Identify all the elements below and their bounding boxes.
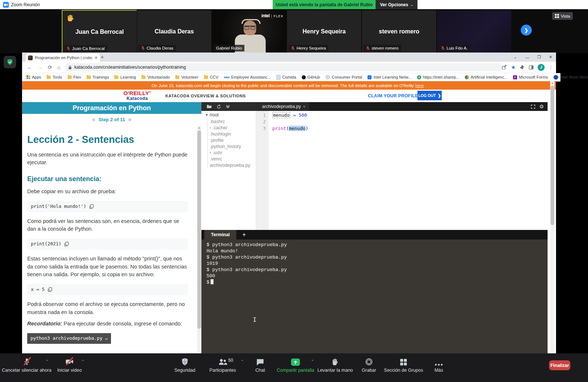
sidebar-icon[interactable]	[529, 65, 534, 70]
bookmark-workweek[interactable]: Intel Work Week Ca...	[553, 75, 588, 80]
start-video-button[interactable]: Iniciar video	[55, 357, 84, 373]
code-snippet[interactable]: print(2021)	[27, 238, 188, 250]
next-step-icon[interactable]: ▶	[129, 117, 132, 122]
extensions-icon[interactable]	[520, 65, 525, 70]
chat-button[interactable]: Chat	[250, 357, 270, 373]
raise-hand-button[interactable]: Levantar la mano	[317, 357, 354, 373]
page-scrollbar[interactable]: ▲	[550, 81, 555, 353]
bookmark-sharepoint[interactable]: Shttps://intel.sharep...	[417, 75, 459, 79]
mic-options-chevron[interactable]: ⌃	[46, 359, 49, 363]
copy-icon[interactable]	[64, 242, 69, 246]
file-tree-toolbar	[201, 102, 261, 111]
editor-code: menudo = 500 print(menudo)	[272, 112, 308, 132]
restore-button[interactable]: ❐	[537, 55, 541, 60]
code-snippet[interactable]: print('Hola mundo!')	[27, 201, 188, 212]
bookmark-ai[interactable]: Artificial Intelligenc...	[465, 75, 508, 79]
participant-tile-steven[interactable]: steven romero steven romero	[362, 10, 437, 53]
record-button[interactable]: Grabar	[357, 357, 381, 373]
next-page-arrow-button[interactable]: ❯	[521, 25, 532, 36]
tree-item-root[interactable]: ▼ /root	[201, 112, 256, 118]
fullscreen-icon[interactable]	[531, 104, 535, 109]
breakout-rooms-button[interactable]: Sección de Grupos	[382, 357, 425, 373]
close-window-button[interactable]: ✕	[549, 55, 552, 60]
site-nav-link[interactable]: KATACODA OVERVIEW & SOLUTIONS	[165, 94, 246, 98]
bookmark-folder[interactable]: Flex	[68, 75, 81, 79]
security-button[interactable]: Seguridad	[169, 357, 201, 373]
terminal[interactable]: $ python3 archivodeprueba.py Hola mundo!…	[201, 239, 548, 353]
editor-tab[interactable]: archivodeprueba.py ×	[256, 102, 309, 111]
tree-item[interactable]: .hushlogin	[210, 131, 256, 137]
participant-tile-gabriel[interactable]: intel FLEX Gabriel Rubio	[212, 10, 287, 53]
bookmark-folder[interactable]: Learning	[114, 75, 136, 79]
bookmark-github[interactable]: GitHub	[302, 75, 320, 79]
bookmark-intel-learning[interactable]: ✓Intel Learning Netw...	[368, 75, 411, 79]
logout-button[interactable]: LOG OUT ❯	[417, 91, 442, 100]
tree-item[interactable]: .profile	[210, 137, 256, 143]
address-bar[interactable]: katacoda.com/crsteaminitiatives/scenario…	[65, 63, 502, 71]
refresh-icon[interactable]	[216, 104, 221, 109]
back-icon[interactable]: ←	[27, 64, 32, 70]
step-indicator: Step 2 of 11	[98, 117, 125, 122]
participant-tile-juan[interactable]: Juan Ca Berrocal Juan Ca Berrocal	[62, 10, 137, 54]
new-terminal-icon[interactable]: +	[242, 231, 246, 238]
terminal-command-chip[interactable]: python3 archivodeprueba.py ↵	[27, 333, 111, 344]
participants-options-chevron[interactable]: ⌃	[241, 359, 244, 363]
prev-step-icon[interactable]: ◀	[92, 117, 94, 122]
new-tab-button[interactable]: ＋	[98, 54, 106, 61]
lock-icon	[68, 65, 72, 69]
forward-icon[interactable]: →	[37, 64, 43, 70]
code-snippet[interactable]: x = 5	[27, 284, 188, 295]
bookmark-consumer-portal[interactable]: Consumer Portal	[326, 75, 362, 79]
minimize-button[interactable]: —	[525, 55, 529, 60]
copy-icon[interactable]	[48, 287, 52, 292]
bookmark-forms[interactable]: FMicrosoft Forms	[513, 75, 548, 79]
tree-item[interactable]: ▸.ssh/	[210, 149, 256, 156]
participant-tile-claudia[interactable]: Claudia Deras Claudia Deras	[137, 10, 212, 53]
bookmark-comida[interactable]: Comida	[276, 75, 296, 80]
home-icon[interactable]: ⌂	[57, 64, 60, 70]
bookmark-apps[interactable]: Apps	[26, 75, 41, 79]
browser-menu-icon[interactable]: ⋮	[549, 65, 553, 70]
ai-icon	[465, 75, 469, 79]
participant-tile-luis[interactable]: Luis Fdo A.	[437, 10, 512, 53]
video-options-chevron[interactable]: ⌃	[81, 359, 84, 363]
code-editor[interactable]: 1 2 3 menudo = 500 print(menudo)	[256, 111, 548, 230]
bookmark-folder[interactable]: Trainings	[87, 75, 109, 79]
terminal-tab[interactable]: Terminal	[204, 230, 236, 239]
more-button[interactable]: Más	[429, 357, 449, 373]
bookmark-folder[interactable]: Voluntariado	[141, 75, 170, 79]
notice-here-link[interactable]: here	[415, 83, 424, 88]
bookmark-star-icon[interactable]: ★	[511, 64, 516, 70]
tree-item[interactable]: .vimrc	[210, 156, 256, 162]
lesson-scrollbar[interactable]: ▲	[197, 126, 201, 353]
open-folder-icon[interactable]	[207, 104, 212, 109]
window-menu-icon[interactable]: ⌄	[514, 55, 517, 60]
close-tab-icon[interactable]: ✕	[94, 55, 98, 60]
vista-button[interactable]: Vista	[552, 12, 573, 20]
bookmark-folder[interactable]: Tools	[47, 75, 62, 79]
bookmark-folder[interactable]: Volunteer	[175, 75, 198, 79]
bookmark-folder[interactable]: CCV	[204, 75, 218, 79]
close-tab-icon[interactable]: ×	[303, 104, 305, 109]
copy-icon[interactable]	[89, 204, 94, 209]
claim-profile-link[interactable]: CLAIM YOUR PROFILE	[368, 93, 418, 98]
tree-item[interactable]: .bashrc	[210, 118, 256, 125]
participant-tile-henry[interactable]: Henry Sequeira Henry Sequeira	[287, 10, 362, 53]
settings-gear-icon[interactable]: ⚙	[539, 104, 544, 109]
end-meeting-button[interactable]: Finalizar	[549, 360, 570, 370]
view-options-button[interactable]: Ver Opciones ⌄	[376, 0, 417, 9]
collapse-all-icon[interactable]	[226, 104, 230, 109]
share-screen-button[interactable]: Compartir pantalla	[275, 357, 316, 373]
participants-button[interactable]: 50 Participantes	[205, 357, 240, 373]
profile-avatar[interactable]: J	[538, 64, 545, 71]
video-off-icon	[65, 357, 74, 366]
tree-item[interactable]: .python_history	[210, 143, 256, 149]
share-page-icon[interactable]	[502, 65, 507, 70]
browser-tab[interactable]: Programación en Python | crstea ✕	[26, 54, 100, 62]
tree-item[interactable]: archivodeprueba.py	[210, 162, 256, 168]
bookmark-intel[interactable]: intelEmployee Assistanc...	[224, 75, 271, 79]
share-options-chevron[interactable]: ⌃	[311, 359, 314, 363]
tree-item[interactable]: ▸.cache/	[210, 125, 256, 131]
reload-icon[interactable]: ⟳	[48, 64, 52, 70]
oreilly-katacoda-logo[interactable]: O'REILLY® Katacoda	[123, 90, 151, 101]
